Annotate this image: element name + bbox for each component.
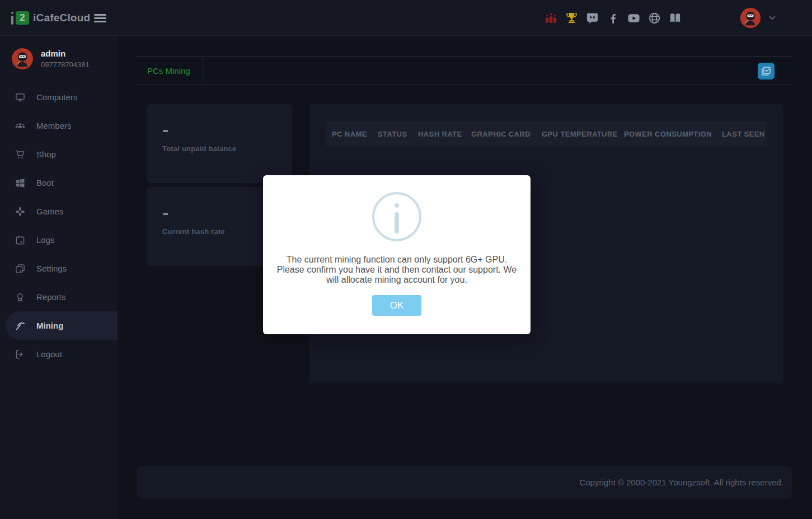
- dialog-message: The current mining function can only sup…: [274, 255, 520, 285]
- table-header-row: PC NAME STATUS HASH RATE GRAPHIC CARD GP…: [326, 121, 767, 146]
- sidebar-item-settings[interactable]: Settings: [0, 254, 118, 283]
- table-header-last-seen: LAST SEEN: [722, 130, 767, 138]
- sidebar-item-label: Logout: [36, 349, 62, 359]
- profile-phone: 097778704381: [41, 60, 90, 69]
- ok-button[interactable]: OK: [372, 295, 421, 316]
- table-header-pc-name: PC NAME: [332, 130, 378, 138]
- table-header-status: STATUS: [378, 130, 418, 138]
- profile-name: admin: [41, 49, 90, 58]
- info-dialog: The current mining function can only sup…: [263, 175, 531, 334]
- docs-icon[interactable]: [668, 11, 682, 25]
- topbar-icon-row: [544, 0, 682, 36]
- logo-square-icon: 2: [16, 11, 29, 25]
- sidebar-item-label: Shop: [36, 149, 56, 159]
- sidebar-item-label: Settings: [36, 264, 67, 273]
- facebook-icon[interactable]: [606, 11, 619, 25]
- edit-mining-button[interactable]: [758, 63, 775, 80]
- globe-icon[interactable]: [647, 11, 661, 25]
- mining-icon: [15, 320, 26, 331]
- stat-card-unpaid-balance: - Total unpaid balance: [147, 104, 292, 183]
- sidebar-item-label: Mining: [36, 321, 63, 330]
- copyright-text: Copyright © 2000-2021 Youngzsoft. All ri…: [579, 478, 783, 487]
- sidebar-item-label: Games: [36, 207, 63, 216]
- sidebar-item-computers[interactable]: Computers: [0, 83, 118, 111]
- table-header-power-consumption: POWER CONSUMPTION: [624, 130, 722, 138]
- sidebar-item-logs[interactable]: Logs: [0, 226, 118, 254]
- sidebar: admin 097778704381 Computers Members: [0, 36, 118, 519]
- sidebar-item-label: Reports: [36, 292, 66, 302]
- ranking-icon[interactable]: [544, 11, 557, 25]
- discord-icon[interactable]: [585, 11, 599, 25]
- hamburger-icon[interactable]: [94, 14, 106, 24]
- chevron-down-icon: [769, 16, 776, 20]
- table-header-hash-rate: HASH RATE: [418, 130, 471, 138]
- ninja-avatar-icon: [11, 48, 34, 70]
- sidebar-item-logout[interactable]: Logout: [0, 340, 118, 368]
- stat-label: Total unpaid balance: [162, 144, 281, 153]
- members-icon: [15, 120, 26, 132]
- logout-icon: [15, 349, 26, 360]
- sidebar-item-label: Logs: [36, 235, 55, 245]
- sidebar-item-reports[interactable]: Reports: [0, 283, 118, 311]
- boot-icon: [15, 177, 26, 189]
- edit-check-icon: [761, 66, 772, 77]
- sidebar-item-games[interactable]: Games: [0, 197, 118, 226]
- settings-icon: [15, 263, 26, 274]
- app-logo: 2 iCafeCloud: [11, 0, 90, 36]
- ninja-avatar-icon: [740, 7, 761, 29]
- stat-value: -: [162, 125, 281, 133]
- sidebar-item-label: Boot: [36, 178, 54, 188]
- sidebar-profile: admin 097778704381: [0, 36, 118, 82]
- sidebar-item-label: Members: [36, 121, 72, 130]
- sidebar-menu: Computers Members Shop: [0, 83, 118, 368]
- table-header-graphic-card: GRAPHIC CARD: [471, 130, 542, 138]
- sidebar-item-boot[interactable]: Boot: [0, 169, 118, 197]
- games-icon: [15, 206, 26, 217]
- computers-icon: [15, 92, 26, 103]
- sidebar-item-mining[interactable]: Mining: [6, 311, 118, 340]
- sidebar-item-shop[interactable]: Shop: [0, 140, 118, 169]
- logo-text: iCafeCloud: [33, 12, 90, 24]
- sidebar-item-members[interactable]: Members: [0, 111, 118, 140]
- user-menu[interactable]: [740, 0, 776, 36]
- logo-i-glyph: [11, 12, 13, 25]
- logs-icon: [15, 235, 26, 246]
- table-header-gpu-temperature: GPU TEMPERATURE: [542, 130, 624, 138]
- shop-icon: [15, 149, 26, 160]
- footer-bar: Copyright © 2000-2021 Youngzsoft. All ri…: [137, 466, 792, 498]
- sidebar-item-label: Computers: [36, 92, 77, 102]
- trophy-icon[interactable]: [565, 11, 578, 25]
- reports-icon: [15, 292, 26, 303]
- info-icon: [372, 192, 421, 241]
- tab-pcs-mining[interactable]: PCs Mining: [137, 57, 203, 85]
- tabbar: PCs Mining: [137, 56, 792, 85]
- tab-label: PCs Mining: [147, 66, 190, 76]
- youtube-icon[interactable]: [627, 11, 640, 25]
- topbar: 2 iCafeCloud: [0, 0, 812, 36]
